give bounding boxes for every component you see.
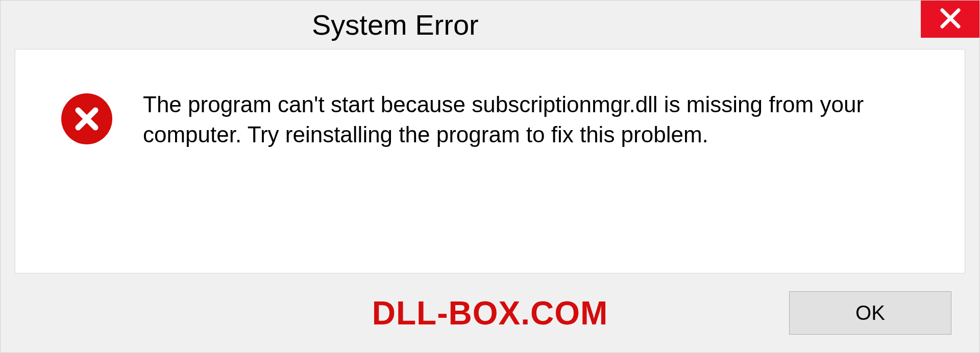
watermark-text: DLL-BOX.COM	[372, 294, 608, 332]
error-dialog: System Error The program can't start bec…	[0, 0, 980, 353]
content-panel: The program can't start because subscrip…	[15, 49, 965, 273]
ok-button[interactable]: OK	[789, 291, 951, 335]
error-icon	[61, 93, 112, 144]
button-bar: DLL-BOX.COM OK	[1, 273, 979, 352]
close-button[interactable]	[921, 1, 979, 38]
close-icon	[939, 7, 962, 32]
titlebar: System Error	[1, 1, 979, 49]
error-message: The program can't start because subscrip…	[143, 89, 919, 150]
dialog-title: System Error	[312, 8, 479, 41]
